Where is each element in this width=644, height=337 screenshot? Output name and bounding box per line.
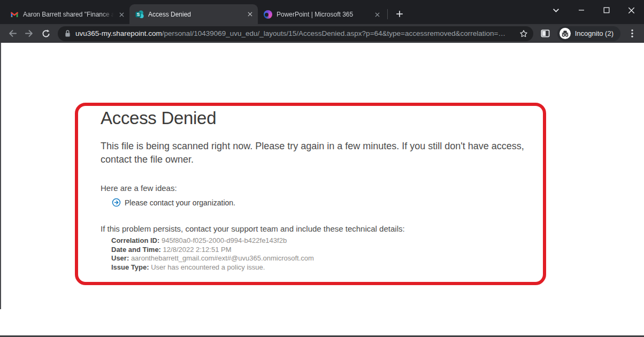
close-tab-icon[interactable] xyxy=(118,11,125,18)
url-domain: uvu365-my.sharepoint.com xyxy=(75,29,162,37)
reload-icon xyxy=(41,29,51,39)
tab-gmail[interactable]: Aaron Barrett shared "Finance an xyxy=(4,5,129,24)
tab-divider xyxy=(387,9,388,19)
detail-row-date-time: Date and Time: 12/8/2022 2:12:51 PM xyxy=(111,246,314,255)
page-title: Access Denied xyxy=(101,108,216,128)
browser-menu-button[interactable] xyxy=(625,26,639,41)
ideas-heading: Here are a few ideas: xyxy=(101,183,177,193)
tab-title: Aaron Barrett shared "Finance an xyxy=(23,11,114,18)
close-tab-icon[interactable] xyxy=(374,11,381,18)
side-panel-icon xyxy=(541,29,550,38)
support-text: If this problem persists, contact your s… xyxy=(101,224,405,233)
new-tab-button[interactable] xyxy=(392,6,407,21)
plus-icon xyxy=(396,10,403,18)
url-text: uvu365-my.sharepoint.com/personal/104390… xyxy=(75,29,515,37)
chevron-down-icon xyxy=(553,8,559,13)
maximize-button[interactable] xyxy=(594,0,619,20)
microsoft365-icon xyxy=(264,10,272,19)
detail-row-issue-type: Issue Type: User has encountered a polic… xyxy=(111,263,314,272)
three-dots-icon xyxy=(631,29,633,38)
tab-access-denied[interactable]: S Access Denied xyxy=(129,4,258,24)
url-path: /personal/10439069_uvu_edu/_layouts/15/A… xyxy=(162,29,505,37)
close-window-button[interactable] xyxy=(619,0,644,20)
back-arrow-icon xyxy=(7,28,18,39)
tab-title: Access Denied xyxy=(148,11,242,18)
reload-button[interactable] xyxy=(38,26,53,41)
browser-window: Aaron Barrett shared "Finance an S Acces… xyxy=(0,0,644,337)
tab-title: PowerPoint | Microsoft 365 xyxy=(277,11,370,18)
forward-arrow-icon xyxy=(24,28,34,39)
tab-powerpoint[interactable]: PowerPoint | Microsoft 365 xyxy=(258,5,385,24)
browser-toolbar: uvu365-my.sharepoint.com/personal/104390… xyxy=(0,24,644,43)
technical-details: Correlation ID: 945f80a0-f025-2000-d994-… xyxy=(111,236,314,272)
address-bar[interactable]: uvu365-my.sharepoint.com/personal/104390… xyxy=(58,26,533,41)
sharepoint-icon: S xyxy=(135,10,144,19)
minimize-icon xyxy=(578,7,585,13)
incognito-label: Incognito (2) xyxy=(575,29,614,37)
forward-button[interactable] xyxy=(21,26,37,41)
close-icon xyxy=(628,7,635,14)
back-button[interactable] xyxy=(5,26,20,41)
arrow-circle-icon xyxy=(112,198,121,207)
contact-organization-link[interactable]: Please contact your organization. xyxy=(125,198,235,207)
bookmark-star-icon[interactable] xyxy=(519,29,528,38)
lock-icon xyxy=(65,29,71,37)
side-panel-button[interactable] xyxy=(538,26,554,41)
svg-text:S: S xyxy=(137,12,140,17)
tab-strip: Aaron Barrett shared "Finance an S Acces… xyxy=(0,0,644,24)
incognito-badge: Incognito (2) xyxy=(557,26,620,41)
idea-row: Please contact your organization. xyxy=(112,198,235,207)
page-content: Access Denied This file is being scanned… xyxy=(0,43,644,337)
window-controls xyxy=(543,0,644,20)
maximize-icon xyxy=(603,7,610,13)
error-message: This file is being scanned right now. Pl… xyxy=(101,140,549,166)
gmail-icon xyxy=(10,10,19,19)
minimize-button[interactable] xyxy=(569,0,594,20)
detail-row-user: User: aaronthebarrett_gmail.com#ext#@uvu… xyxy=(111,254,314,263)
window-edge-left xyxy=(0,43,1,309)
close-tab-icon[interactable] xyxy=(247,11,254,18)
incognito-icon xyxy=(559,28,571,39)
detail-row-correlation-id: Correlation ID: 945f80a0-f025-2000-d994-… xyxy=(111,236,314,246)
tab-search-button[interactable] xyxy=(543,0,569,20)
